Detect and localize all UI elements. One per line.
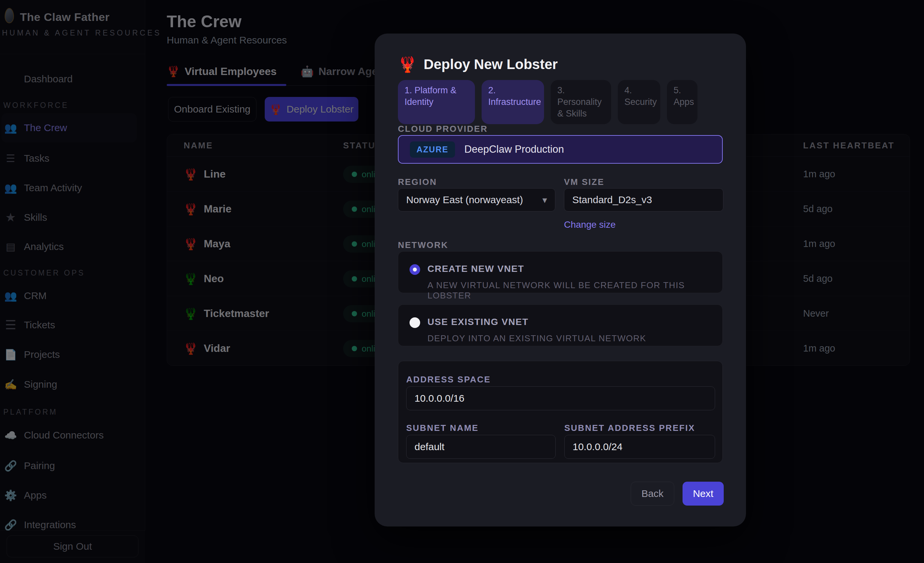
step-platform-identity[interactable]: 1. Platform & Identity bbox=[398, 80, 475, 124]
region-label: REGION bbox=[398, 177, 437, 187]
vm-size-label: VM SIZE bbox=[564, 177, 604, 187]
vm-size-input[interactable] bbox=[564, 188, 723, 211]
step-security[interactable]: 4. Security bbox=[618, 80, 660, 124]
subnet-name-label: SUBNET NAME bbox=[406, 423, 478, 433]
subnet-prefix-label: SUBNET ADDRESS PREFIX bbox=[564, 423, 695, 433]
lobster-icon: 🦞 bbox=[398, 55, 417, 73]
azure-badge: AZURE bbox=[410, 141, 455, 158]
cloud-provider-label: CLOUD PROVIDER bbox=[398, 124, 488, 134]
address-space-label: ADDRESS SPACE bbox=[406, 374, 491, 385]
subnet-name-input[interactable] bbox=[406, 435, 556, 459]
address-space-input[interactable] bbox=[406, 386, 715, 410]
deploy-lobster-modal: 🦞 Deploy New Lobster 1. Platform & Ident… bbox=[375, 33, 746, 527]
modal-title-row: 🦞 Deploy New Lobster bbox=[398, 55, 558, 73]
wizard-steps: 1. Platform & Identity 2. Infrastructure… bbox=[398, 80, 698, 124]
subnet-prefix-input[interactable] bbox=[564, 435, 715, 459]
back-button[interactable]: Back bbox=[631, 482, 674, 506]
chevron-down-icon: ▾ bbox=[542, 195, 547, 205]
cloud-provider-selected-card[interactable]: AZURE DeepClaw Production bbox=[398, 135, 723, 164]
create-new-vnet-option[interactable]: CREATE NEW VNET A NEW VIRTUAL NETWORK WI… bbox=[398, 251, 723, 293]
use-existing-vnet-option[interactable]: USE EXISTING VNET DEPLOY INTO AN EXISTIN… bbox=[398, 304, 723, 346]
step-personality-skills[interactable]: 3. Personality & Skills bbox=[550, 80, 611, 124]
address-panel: ADDRESS SPACE SUBNET NAME SUBNET ADDRESS… bbox=[398, 361, 723, 463]
step-infrastructure[interactable]: 2. Infrastructure bbox=[482, 80, 544, 124]
radio-unselected-icon[interactable] bbox=[410, 317, 420, 328]
next-button[interactable]: Next bbox=[682, 482, 724, 506]
modal-title: Deploy New Lobster bbox=[423, 57, 558, 72]
provider-name: DeepClaw Production bbox=[464, 144, 564, 155]
change-size-link[interactable]: Change size bbox=[564, 219, 616, 230]
region-select[interactable]: Norway East (norwayeast) ▾ bbox=[398, 188, 555, 211]
network-label: NETWORK bbox=[398, 240, 448, 250]
radio-selected-icon[interactable] bbox=[410, 264, 420, 275]
step-apps[interactable]: 5. Apps bbox=[667, 80, 698, 124]
